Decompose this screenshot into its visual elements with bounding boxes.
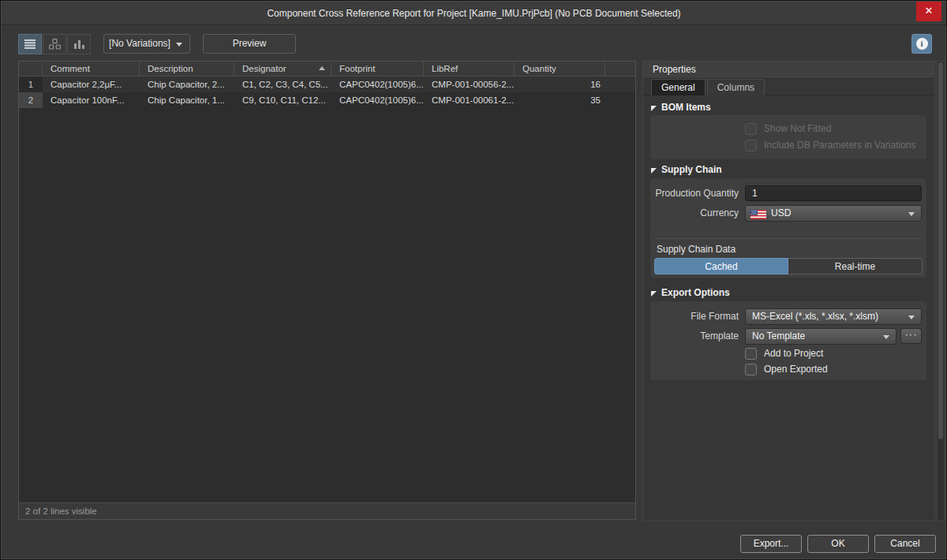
quantity-cell: 16 — [515, 77, 605, 92]
preview-button[interactable]: Preview — [203, 34, 296, 54]
properties-tabs: General Columns — [643, 79, 934, 95]
include-db-parameters-label: Include DB Parameters in Variations — [764, 140, 916, 151]
section-header-export-options[interactable]: Export Options — [651, 287, 730, 298]
currency-dropdown-value: USD — [771, 207, 791, 218]
libref-cell: CMP-001-00056-2... — [424, 77, 515, 92]
tab-general[interactable]: General — [651, 79, 706, 95]
bom-items-panel: Show Not Fitted Include DB Parameters in… — [650, 115, 926, 159]
open-exported-checkbox[interactable] — [745, 364, 757, 375]
cancel-button[interactable]: Cancel — [874, 535, 936, 553]
template-label: Template — [650, 328, 739, 344]
quantity-cell: 35 — [515, 92, 605, 108]
section-header-bom-items[interactable]: BOM Items — [651, 102, 711, 113]
variations-dropdown[interactable]: [No Variations] — [103, 34, 190, 54]
flat-list-view-button[interactable] — [18, 34, 42, 54]
tab-columns[interactable]: Columns — [707, 79, 765, 95]
row-number-cell: 1 — [19, 77, 43, 92]
production-quantity-label: Production Quantity — [650, 185, 739, 201]
close-icon: ✕ — [925, 5, 934, 17]
status-bar: 2 of 2 lines visible — [19, 502, 635, 519]
hierarchy-cubes-icon — [49, 39, 61, 50]
ok-button[interactable]: OK — [807, 535, 869, 553]
show-not-fitted-label: Show Not Fitted — [764, 123, 831, 135]
currency-label: Currency — [650, 205, 739, 221]
properties-panel-title: Properties — [643, 62, 934, 79]
comment-cell: Capacitor 100nF... — [43, 92, 140, 108]
file-format-dropdown[interactable]: MS-Excel (*.xls, *.xlsx, *.xlsm) — [745, 308, 922, 325]
component-cross-reference-dialog: Component Cross Reference Report for Pro… — [0, 0, 947, 560]
description-cell: Chip Capacitor, 2... — [140, 77, 234, 92]
libref-cell: CMP-001-00061-2... — [424, 92, 515, 108]
properties-scrollbar[interactable] — [937, 61, 945, 521]
chart-view-button[interactable] — [67, 34, 91, 54]
footprint-cell: CAPC0402(1005)6... — [331, 92, 424, 108]
column-header-filler — [605, 62, 635, 77]
supply-chain-data-label: Supply Chain Data — [657, 244, 736, 256]
table-row[interactable]: 2 Capacitor 100nF... Chip Capacitor, 1..… — [19, 92, 635, 108]
include-db-parameters-checkbox[interactable] — [745, 140, 757, 151]
ellipsis-icon: ··· — [905, 328, 918, 340]
column-header-designator[interactable]: Designator — [234, 62, 331, 77]
add-to-project-checkbox[interactable] — [745, 348, 757, 360]
title-bar: Component Cross Reference Report for Pro… — [2, 2, 946, 25]
column-header-quantity[interactable]: Quantity — [515, 62, 605, 77]
column-header-comment[interactable]: Comment — [43, 62, 140, 77]
template-browse-button[interactable]: ··· — [900, 328, 922, 344]
hierarchy-view-button[interactable] — [43, 34, 66, 54]
add-to-project-label: Add to Project — [764, 348, 823, 360]
close-button[interactable]: ✕ — [916, 2, 941, 21]
supply-chain-data-toggle: Cached Real-time — [654, 258, 923, 274]
chevron-down-icon — [908, 315, 915, 319]
table-row[interactable]: 1 Capacitor 2,2µF... Chip Capacitor, 2..… — [19, 77, 635, 92]
section-expanded-icon — [651, 291, 657, 297]
info-button[interactable]: i — [911, 34, 932, 54]
dialog-title: Component Cross Reference Report for Pro… — [2, 2, 946, 25]
grid-header-row: Comment Description Designator Footprint… — [19, 62, 635, 77]
column-header-footprint[interactable]: Footprint — [331, 62, 424, 77]
chevron-down-icon — [908, 212, 915, 216]
section-expanded-icon — [651, 168, 657, 174]
preview-button-label: Preview — [233, 38, 267, 49]
production-quantity-input[interactable] — [745, 185, 922, 201]
properties-panel: Properties General Columns BOM Items Sho… — [642, 61, 935, 521]
column-header-description[interactable]: Description — [140, 62, 234, 77]
realtime-segment-button[interactable]: Real-time — [788, 258, 923, 274]
bar-chart-icon — [74, 39, 84, 49]
list-icon — [24, 39, 36, 49]
template-dropdown[interactable]: No Template — [745, 328, 896, 345]
info-icon: i — [916, 38, 928, 50]
supply-chain-panel: Production Quantity Currency USD — [650, 178, 926, 278]
template-dropdown-value: No Template — [752, 330, 805, 342]
cached-segment-button[interactable]: Cached — [654, 258, 788, 274]
section-header-supply-chain[interactable]: Supply Chain — [651, 164, 722, 175]
open-exported-label: Open Exported — [764, 364, 828, 375]
designator-cell: C9, C10, C11, C12... — [234, 92, 331, 108]
row-number-cell: 2 — [19, 92, 43, 108]
variations-dropdown-value: [No Variations] — [109, 38, 170, 49]
description-cell: Chip Capacitor, 1... — [140, 92, 234, 108]
currency-dropdown[interactable]: USD — [745, 205, 922, 222]
bom-grid: Comment Description Designator Footprint… — [18, 61, 636, 520]
view-mode-group — [18, 34, 92, 54]
section-expanded-icon — [651, 106, 657, 111]
chevron-down-icon — [176, 43, 182, 47]
file-format-dropdown-value: MS-Excel (*.xls, *.xlsx, *.xlsm) — [752, 311, 878, 322]
show-not-fitted-checkbox[interactable] — [745, 123, 757, 135]
row-number-header[interactable] — [19, 62, 43, 77]
column-header-libref[interactable]: LibRef — [424, 62, 515, 77]
export-options-panel: File Format MS-Excel (*.xls, *.xlsx, *.x… — [650, 301, 926, 380]
chevron-down-icon — [883, 335, 889, 339]
designator-cell: C1, C2, C3, C4, C5... — [234, 77, 331, 92]
scrollbar-thumb[interactable] — [938, 62, 943, 439]
footprint-cell: CAPC0402(1005)6... — [331, 77, 424, 92]
usa-flag-icon — [750, 209, 766, 218]
sort-ascending-icon — [319, 66, 325, 70]
panel-divider — [655, 238, 922, 239]
export-button[interactable]: Export... — [740, 535, 802, 553]
file-format-label: File Format — [650, 308, 739, 324]
comment-cell: Capacitor 2,2µF... — [43, 77, 140, 92]
